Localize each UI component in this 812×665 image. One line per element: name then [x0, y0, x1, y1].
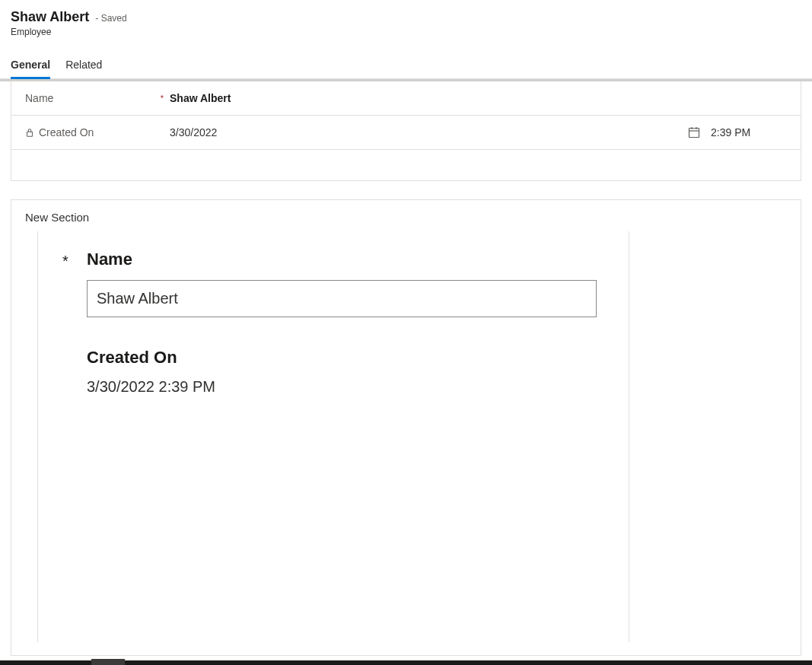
required-indicator: *	[154, 94, 170, 103]
form-tabs: General Related	[0, 54, 812, 79]
preview-field-name: * Name	[62, 250, 604, 317]
created-on-time-value: 2:39 PM	[711, 126, 787, 138]
new-section-title: New Section	[11, 211, 801, 231]
created-on-field-label: Created On	[39, 126, 94, 138]
form-main-section: Name * Shaw Albert Created On 3/30/2022 …	[11, 81, 801, 181]
new-section: New Section * Name Created On 3/30/2022 …	[11, 199, 801, 656]
new-section-panel: * Name Created On 3/30/2022 2:39 PM	[37, 231, 629, 642]
save-status: - Saved	[95, 13, 126, 24]
record-title: Shaw Albert	[11, 9, 89, 25]
preview-created-on-value: 3/30/2022 2:39 PM	[87, 378, 604, 396]
preview-created-on-label: Created On	[87, 348, 604, 368]
record-header: Shaw Albert - Saved Employee	[0, 0, 812, 43]
required-asterisk: *	[62, 250, 73, 270]
svg-rect-0	[27, 132, 33, 136]
preview-field-created-on: Created On 3/30/2022 2:39 PM	[87, 348, 604, 396]
lock-icon	[25, 128, 34, 137]
entity-type-label: Employee	[11, 27, 801, 37]
name-field-label: Name	[25, 92, 53, 104]
calendar-icon	[688, 126, 700, 138]
preview-name-input[interactable]	[87, 280, 597, 317]
field-row-name: Name * Shaw Albert	[11, 81, 801, 116]
preview-name-label: Name	[87, 250, 604, 269]
name-field-value[interactable]: Shaw Albert	[170, 92, 787, 104]
tab-related[interactable]: Related	[65, 54, 102, 79]
window-bottom-bar-segment	[91, 659, 125, 665]
field-row-created-on: Created On 3/30/2022 2:39 PM	[11, 116, 801, 150]
tab-general[interactable]: General	[11, 54, 50, 79]
created-on-date-value: 3/30/2022	[170, 126, 688, 138]
svg-rect-1	[689, 129, 699, 138]
